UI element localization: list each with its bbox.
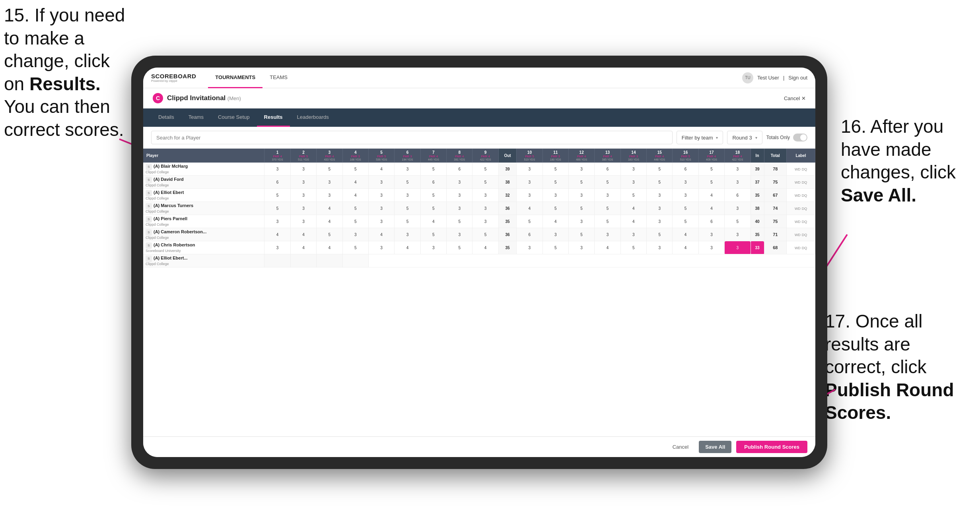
round-dropdown[interactable]: Round 3 ▾ [727, 131, 762, 144]
score-hole-9[interactable]: 3 [472, 189, 498, 202]
score-hole-14[interactable]: 4 [620, 215, 646, 228]
wd-label[interactable]: WD [795, 207, 801, 211]
score-hole-4[interactable]: 4 [342, 189, 368, 202]
score-hole-18[interactable]: 5 [725, 215, 751, 228]
score-hole-14[interactable]: 3 [620, 176, 646, 189]
score-hole-13[interactable]: 5 [595, 215, 620, 228]
score-hole-11[interactable]: 5 [542, 241, 568, 254]
score-hole-2[interactable]: 3 [290, 215, 316, 228]
dq-label[interactable]: DQ [802, 180, 807, 184]
score-hole-15[interactable]: 3 [647, 189, 673, 202]
score-hole-12[interactable]: 3 [568, 189, 594, 202]
score-hole-10[interactable]: 3 [517, 163, 542, 176]
score-hole-15[interactable]: 3 [647, 215, 673, 228]
score-hole-6[interactable]: 5 [395, 176, 420, 189]
dq-label[interactable]: DQ [802, 246, 807, 250]
score-hole-12[interactable]: 5 [568, 202, 594, 215]
score-hole-15[interactable]: 5 [647, 228, 673, 241]
wd-label[interactable]: WD [795, 220, 801, 224]
score-hole-8[interactable]: 3 [447, 202, 472, 215]
dq-label[interactable]: DQ [802, 167, 807, 171]
score-hole-14[interactable]: 3 [620, 163, 646, 176]
score-hole-6[interactable]: 5 [395, 215, 420, 228]
score-hole-4[interactable]: 3 [342, 228, 368, 241]
score-hole-3[interactable]: 5 [317, 228, 342, 241]
score-hole-7[interactable]: 4 [420, 215, 446, 228]
score-hole-8[interactable]: 6 [447, 163, 472, 176]
score-hole-12[interactable]: 3 [568, 163, 594, 176]
score-hole-17[interactable]: 5 [698, 163, 724, 176]
score-hole-16[interactable]: 3 [673, 176, 698, 189]
score-hole-3[interactable]: 3 [317, 189, 342, 202]
score-hole-14[interactable]: 5 [620, 189, 646, 202]
score-hole-10[interactable]: 5 [517, 215, 542, 228]
score-hole-4[interactable]: 5 [342, 163, 368, 176]
score-hole-10[interactable]: 6 [517, 228, 542, 241]
score-hole-17[interactable]: 5 [698, 176, 724, 189]
score-hole-3[interactable]: 4 [317, 202, 342, 215]
score-hole-1[interactable]: 3 [264, 241, 290, 254]
score-hole-18[interactable]: 3 [725, 163, 751, 176]
score-hole-15[interactable]: 5 [647, 176, 673, 189]
score-hole-16[interactable]: 3 [673, 189, 698, 202]
score-hole-12[interactable]: 3 [568, 215, 594, 228]
score-hole-18[interactable]: 3 [725, 228, 751, 241]
score-hole-3[interactable]: 4 [317, 215, 342, 228]
score-hole-4[interactable]: 5 [342, 215, 368, 228]
score-hole-17[interactable]: 6 [698, 215, 724, 228]
score-hole-8[interactable]: 5 [447, 241, 472, 254]
score-hole-3[interactable]: 3 [317, 176, 342, 189]
search-input[interactable] [151, 131, 673, 144]
sign-out-link[interactable]: Sign out [788, 75, 807, 81]
score-hole-2[interactable]: 4 [290, 228, 316, 241]
score-hole-1[interactable]: 3 [264, 215, 290, 228]
score-hole-1[interactable]: 4 [264, 228, 290, 241]
score-hole-16[interactable]: 5 [673, 202, 698, 215]
wd-label[interactable]: WD [795, 167, 801, 171]
score-hole-6[interactable]: 3 [395, 163, 420, 176]
dq-label[interactable]: DQ [802, 194, 807, 198]
score-hole-9[interactable]: 5 [472, 163, 498, 176]
score-hole-5[interactable]: 3 [368, 189, 394, 202]
wd-label[interactable]: WD [795, 246, 801, 250]
score-hole-18[interactable]: 6 [725, 189, 751, 202]
score-hole-9[interactable]: 4 [472, 241, 498, 254]
score-hole-1[interactable]: 5 [264, 189, 290, 202]
tab-results[interactable]: Results [257, 108, 290, 127]
score-hole-17[interactable]: 4 [698, 189, 724, 202]
score-hole-8[interactable]: 5 [447, 215, 472, 228]
dq-label[interactable]: DQ [802, 233, 807, 237]
score-hole-16[interactable]: 4 [673, 241, 698, 254]
nav-teams[interactable]: TEAMS [262, 68, 295, 88]
score-hole-12[interactable]: 5 [568, 228, 594, 241]
score-hole-5[interactable]: 4 [368, 228, 394, 241]
score-hole-2[interactable]: 3 [290, 202, 316, 215]
score-hole-1[interactable]: 5 [264, 202, 290, 215]
score-hole-7[interactable]: 3 [420, 241, 446, 254]
wd-label[interactable]: WD [795, 233, 801, 237]
tab-leaderboards[interactable]: Leaderboards [290, 108, 336, 127]
score-hole-5[interactable]: 3 [368, 241, 394, 254]
score-hole-18[interactable]: 3 [725, 241, 751, 254]
score-hole-17[interactable]: 3 [698, 228, 724, 241]
score-hole-5[interactable]: 3 [368, 176, 394, 189]
score-hole-11[interactable]: 5 [542, 202, 568, 215]
score-hole-7[interactable]: 5 [420, 189, 446, 202]
score-hole-11[interactable]: 3 [542, 189, 568, 202]
score-hole-6[interactable]: 3 [395, 228, 420, 241]
score-hole-15[interactable]: 5 [647, 163, 673, 176]
score-hole-4[interactable]: 5 [342, 241, 368, 254]
dq-label[interactable]: DQ [802, 207, 807, 211]
score-hole-8[interactable]: 3 [447, 228, 472, 241]
score-hole-13[interactable]: 3 [595, 189, 620, 202]
tab-teams[interactable]: Teams [181, 108, 211, 127]
score-hole-10[interactable]: 4 [517, 202, 542, 215]
score-hole-13[interactable]: 5 [595, 202, 620, 215]
save-all-button[interactable]: Save All [699, 441, 731, 453]
score-hole-4[interactable]: 5 [342, 202, 368, 215]
score-hole-10[interactable]: 3 [517, 189, 542, 202]
score-hole-13[interactable]: 5 [595, 176, 620, 189]
score-hole-6[interactable]: 5 [395, 202, 420, 215]
score-hole-7[interactable]: 5 [420, 202, 446, 215]
score-hole-1[interactable]: 3 [264, 163, 290, 176]
